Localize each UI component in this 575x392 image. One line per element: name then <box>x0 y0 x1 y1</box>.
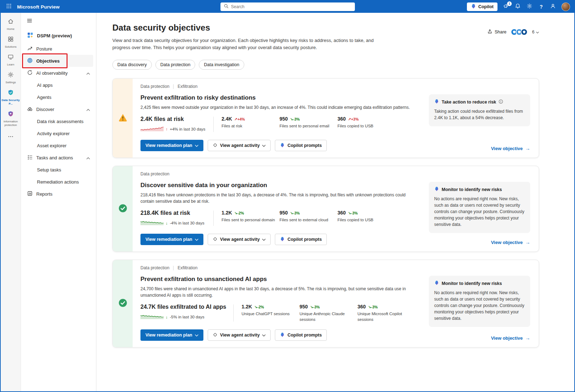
rail-item-home[interactable]: Home <box>1 16 21 33</box>
sidebar-item-objectives[interactable]: Objectives <box>24 55 93 67</box>
app-launcher-button[interactable] <box>1 1 17 13</box>
app-title: Microsoft Purview <box>17 4 60 10</box>
trend-text: -5% in last 30 days <box>170 315 204 319</box>
success-check-icon <box>118 203 128 214</box>
binoculars-icon <box>27 106 33 113</box>
filter-data-investigation[interactable]: Data investigation <box>199 60 244 70</box>
filter-data-discovery[interactable]: Data discovery <box>112 60 152 70</box>
filter-data-protection[interactable]: Data protection <box>155 60 196 70</box>
settings-button[interactable] <box>526 4 533 10</box>
sidebar-item-activity-explorer[interactable]: Activity explorer <box>24 127 93 139</box>
sidebar-item-data-risk-assessments[interactable]: Data risk assessments <box>24 115 93 127</box>
user-avatar[interactable] <box>561 2 570 11</box>
objective-card-unsanctioned-ai-apps: Data protection Exfiltration Prevent exf… <box>112 260 539 348</box>
card-tag: Data protection <box>140 171 169 176</box>
insight-panel: Take action to reduce risk Taking action… <box>429 94 530 126</box>
notifications-button[interactable] <box>515 4 521 10</box>
person-icon <box>550 3 556 10</box>
bell-icon <box>515 3 521 10</box>
sparkline-chart <box>140 313 164 321</box>
notification-badge: 1 <box>507 1 512 6</box>
arrow-right-icon: → <box>525 239 530 245</box>
global-search[interactable] <box>220 2 355 11</box>
objective-card-discover-sensitive-data: Data protection Discover sensitive data … <box>112 166 539 252</box>
page-description: View and track data security objectives … <box>112 37 374 51</box>
share-button[interactable]: Share <box>487 29 506 35</box>
main-content: Data security objectives View and track … <box>96 13 574 391</box>
chevron-down-icon <box>195 333 198 338</box>
rail-item-information-protection[interactable]: Information protection <box>1 108 21 129</box>
objective-title: Discover sensitive data in your organiza… <box>140 182 420 189</box>
solutions-icon <box>7 36 14 44</box>
rail-more-button[interactable] <box>6 130 15 141</box>
sparkline-chart <box>140 126 164 133</box>
objective-description: 2,425 files were moved outside your orga… <box>140 104 420 111</box>
sidebar-item-tasks-and-actions[interactable]: Tasks and actions <box>24 152 93 164</box>
search-input[interactable] <box>231 4 352 9</box>
sidebar-item-reports[interactable]: Reports <box>24 188 93 200</box>
card-tag: Data protection <box>140 84 169 89</box>
view-objective-link[interactable]: View objective→ <box>429 335 530 341</box>
view-objective-link[interactable]: View objective→ <box>429 239 530 245</box>
chevron-up-icon <box>86 107 90 112</box>
ai-observability-icon <box>27 70 33 76</box>
metric: 360↗+3% Files copied to USB <box>337 116 387 129</box>
view-remediation-plan-button[interactable]: View remediation plan <box>140 234 203 245</box>
objective-description: 24,700 files were shared in unsanctioned… <box>140 286 420 298</box>
headline-stat: 218.4K files at risk <box>140 210 206 216</box>
stats-divider <box>213 211 214 226</box>
rail-item-data-security-posture[interactable]: Data Security P... <box>1 87 21 108</box>
copilot-prompts-button[interactable]: Copilot prompts <box>275 329 327 341</box>
sidebar-item-setup-tasks[interactable]: Setup tasks <box>24 164 93 176</box>
sidebar-item-dspm[interactable]: DSPM (preview) <box>24 28 93 43</box>
sidebar-item-posture[interactable]: Posture <box>24 43 93 55</box>
metric: 1.2K↘-2% Unique ChatGPT sessions <box>241 304 299 322</box>
insight-panel: Monitor to identify new risks No actions… <box>429 276 530 327</box>
trend-arrow: ↑ <box>166 127 168 131</box>
dspm-icon <box>27 32 33 39</box>
rail-item-settings[interactable]: Settings <box>1 69 21 87</box>
feedback-button[interactable] <box>550 4 556 10</box>
collapse-nav-button[interactable] <box>24 16 93 28</box>
view-remediation-plan-button[interactable]: View remediation plan <box>140 329 203 341</box>
objectives-target-icon <box>27 58 33 64</box>
chevron-down-icon <box>262 333 266 338</box>
trend-arrow: ↓ <box>166 315 168 319</box>
view-remediation-plan-button[interactable]: View remediation plan <box>140 140 203 151</box>
information-protection-icon <box>7 111 14 118</box>
copilot-prompts-button[interactable]: Copilot prompts <box>275 140 327 151</box>
trend-text: +4% in last 30 days <box>170 127 206 131</box>
top-app-bar: Microsoft Purview Copilot 1 <box>1 1 574 13</box>
rail-item-learn[interactable]: Learn <box>1 51 21 69</box>
sidebar-item-remediation-actions[interactable]: Remediation actions <box>24 176 93 188</box>
gear-icon <box>527 3 532 10</box>
objective-description: 218,416 files have unknown protections i… <box>140 192 420 205</box>
learn-icon <box>7 54 14 62</box>
dspm-sidebar: DSPM (preview) Posture Objectives AI obs… <box>21 13 96 391</box>
view-agent-activity-button[interactable]: View agent activity <box>208 234 271 245</box>
copilot-button[interactable]: Copilot <box>467 2 497 11</box>
sidebar-item-ai-apps[interactable]: AI apps <box>24 79 93 91</box>
rail-item-solutions[interactable]: Solutions <box>1 33 21 51</box>
copilot-icon <box>471 4 476 10</box>
purview-window: Microsoft Purview Copilot 1 <box>0 0 575 392</box>
agent-icon <box>213 332 218 338</box>
hamburger-icon <box>27 18 32 25</box>
copilot-prompts-button[interactable]: Copilot prompts <box>275 234 327 245</box>
arrow-right-icon: → <box>525 145 530 151</box>
objective-title: Prevent exfiltration to unsanctioned AI … <box>140 276 420 283</box>
sidebar-item-discover[interactable]: Discover <box>24 103 93 115</box>
sidebar-item-agents[interactable]: Agents <box>24 91 93 103</box>
warning-icon <box>118 113 128 124</box>
view-agent-activity-button[interactable]: View agent activity <box>208 140 271 151</box>
help-button[interactable]: ? <box>538 4 544 10</box>
view-agent-activity-button[interactable]: View agent activity <box>208 329 271 341</box>
view-objective-link[interactable]: View objective→ <box>429 145 530 151</box>
stats-divider <box>213 117 214 132</box>
sidebar-item-ai-observability[interactable]: AI observability <box>24 67 93 79</box>
contributor-facepile[interactable] <box>511 28 528 36</box>
sidebar-item-asset-explorer[interactable]: Asset explorer <box>24 139 93 152</box>
announcements-button[interactable]: 1 <box>503 4 509 10</box>
info-icon[interactable] <box>499 99 503 105</box>
facepile-count[interactable]: 6 <box>532 30 539 35</box>
